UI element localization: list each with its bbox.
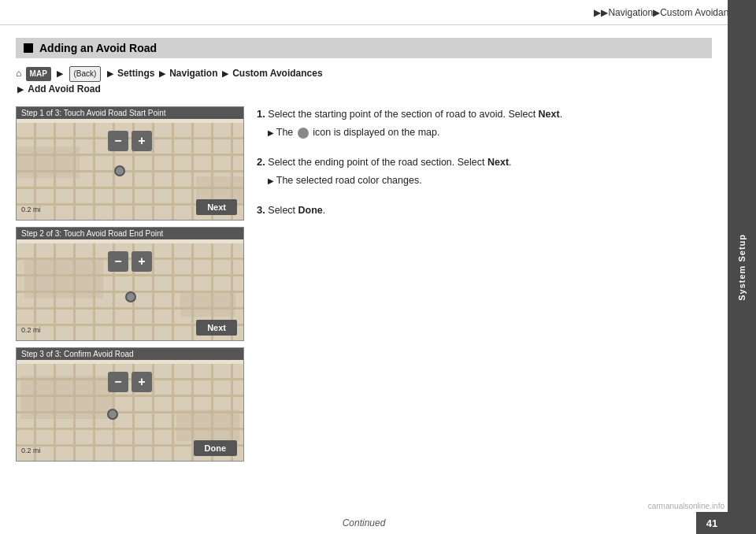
instruction-main-3: Select Done. [268, 205, 325, 216]
next-bold-1: Next [539, 109, 560, 120]
map-area-2a [24, 259, 103, 299]
map-minus-btn-3[interactable]: − [108, 372, 128, 392]
map-step-label-1: Step 1 of 3: Touch Avoid Road Start Poin… [17, 107, 243, 119]
map-done-btn[interactable]: Done [194, 440, 238, 456]
map-area-3a [20, 376, 115, 419]
breadcrumb-text: ▶▶Navigation▶Custom Avoidances [594, 7, 743, 18]
instruction-block-2: 2. Select the ending point of the road s… [257, 154, 712, 188]
nav-path: ⌂ MAP ▶ (Back) ▶ Settings ▶ Navigation ▶… [16, 66, 712, 97]
map-step-label-3: Step 3 of 3: Confirm Avoid Road [17, 348, 243, 360]
watermark: carmanualsonline.info [645, 500, 728, 512]
map-area-2b [180, 293, 235, 317]
map-area-1a [17, 146, 80, 178]
sidebar-label: System Setup [737, 234, 747, 301]
map-screenshot-3: Step 3 of 3: Confirm Avoid Road − + Done… [16, 347, 244, 462]
map-plus-btn-3[interactable]: + [132, 372, 152, 392]
map-scale-1: 0.2 mi [21, 206, 41, 213]
instruction-num-2: 2. [257, 156, 265, 168]
map-plus-btn-2[interactable]: + [132, 251, 152, 272]
sub-instruction-1: The icon is displayed on the map. [257, 124, 712, 140]
sub-instruction-2: The selected road color changes. [257, 172, 712, 188]
map-button[interactable]: MAP [26, 67, 51, 81]
right-sidebar: System Setup [728, 0, 756, 534]
section-icon [24, 43, 33, 53]
map-body-3: − + Done 0.2 mi [17, 364, 243, 461]
map-controls-2: − + [108, 251, 152, 272]
section-header: Adding an Avoid Road [16, 38, 712, 58]
map-controls-3: − + [108, 372, 152, 392]
map-scale-3: 0.2 mi [21, 447, 41, 454]
pin-icon-1 [298, 128, 309, 139]
settings-nav: Settings [117, 68, 154, 79]
map-controls-1: − + [108, 131, 152, 151]
map-pin-1 [114, 165, 125, 176]
navigation-nav: Navigation [169, 68, 217, 79]
map-body-1: − + Next 0.2 mi [17, 123, 243, 220]
done-bold: Done [298, 205, 323, 216]
bottom-bar: Continued [0, 512, 728, 534]
map-minus-btn-1[interactable]: − [108, 131, 128, 151]
instructions-col: 1. Select the starting point of the sect… [257, 106, 712, 232]
instruction-block-1: 1. Select the starting point of the sect… [257, 106, 712, 140]
instruction-num-1: 1. [257, 108, 265, 120]
map-minus-btn-2[interactable]: − [108, 251, 128, 272]
instruction-num-3: 3. [257, 204, 265, 216]
map-area-3b [176, 410, 239, 441]
map-body-2: − + Next 0.2 mi [17, 243, 243, 340]
continued-label: Continued [343, 517, 386, 528]
two-col-layout: Step 1 of 3: Touch Avoid Road Start Poin… [16, 106, 712, 462]
breadcrumb-bar: ▶▶Navigation▶Custom Avoidances [0, 0, 756, 25]
map-screenshots-col: Step 1 of 3: Touch Avoid Road Start Poin… [16, 106, 244, 462]
map-plus-btn-1[interactable]: + [132, 131, 152, 151]
section-title: Adding an Avoid Road [39, 42, 157, 54]
next-bold-2: Next [487, 157, 509, 168]
main-content: Adding an Avoid Road ⌂ MAP ▶ (Back) ▶ Se… [0, 25, 728, 534]
page-number: 41 [696, 512, 728, 534]
custom-avoidances-nav: Custom Avoidances [232, 68, 322, 79]
map-next-btn-1[interactable]: Next [196, 199, 237, 215]
add-avoid-road-nav: Add Avoid Road [28, 83, 100, 95]
home-icon: ⌂ [16, 68, 21, 79]
instruction-main-2: Select the ending point of the road sect… [268, 157, 511, 168]
map-step-label-2: Step 2 of 3: Touch Avoid Road End Point [17, 228, 243, 239]
back-button[interactable]: (Back) [69, 66, 102, 82]
map-screenshot-1: Step 1 of 3: Touch Avoid Road Start Poin… [16, 106, 244, 221]
map-scale-2: 0.2 mi [21, 326, 41, 334]
instruction-block-3: 3. Select Done. [257, 202, 712, 219]
instruction-main-1: Select the starting point of the section… [268, 109, 562, 120]
map-screenshot-2: Step 2 of 3: Touch Avoid Road End Point … [16, 227, 244, 341]
map-next-btn-2[interactable]: Next [196, 320, 237, 336]
